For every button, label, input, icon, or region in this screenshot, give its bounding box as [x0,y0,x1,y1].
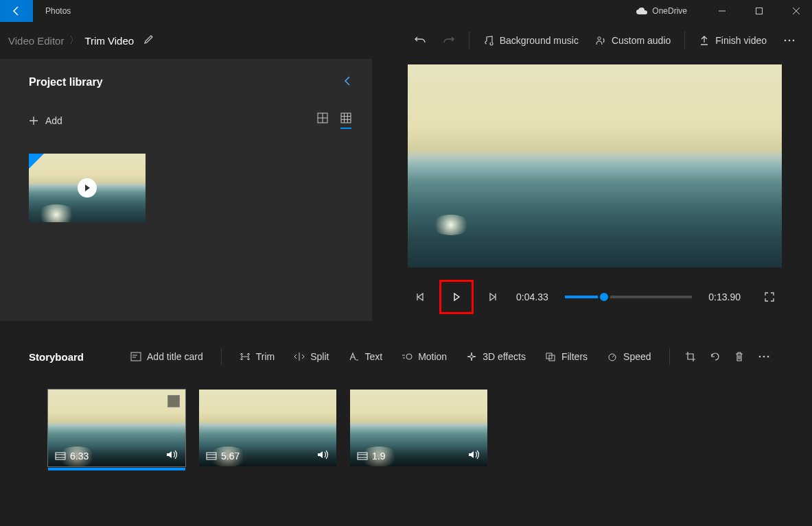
svg-point-29 [767,356,769,358]
separator [669,348,670,365]
separator [221,348,222,365]
speed-icon [607,352,618,361]
onedrive-label: OneDrive [652,6,687,16]
breadcrumb-current: Trim Video [84,35,134,47]
storyboard-more-button[interactable] [752,344,776,369]
total-time: 0:13.90 [708,291,741,302]
finish-video-label: Finish video [715,35,767,46]
collapse-library-button[interactable] [343,75,351,89]
svg-point-27 [758,356,761,358]
export-icon [699,35,710,46]
storyboard-clip[interactable]: 5.67 [199,390,336,466]
separator [684,32,685,49]
current-time: 0:04.33 [516,291,548,302]
plus-icon [29,116,38,125]
split-label: Split [310,351,329,362]
app-title: Photos [45,6,71,16]
svg-point-26 [609,354,616,361]
title-bar: Photos OneDrive [0,0,812,22]
seek-bar[interactable] [565,296,693,298]
minimize-button[interactable] [706,0,738,22]
motion-button[interactable]: Motion [393,344,455,369]
maximize-button[interactable] [743,0,775,22]
more-button[interactable] [775,28,804,53]
svg-point-21 [406,354,412,359]
arrow-left-icon [11,5,22,16]
clip-duration: 6.33 [70,451,89,462]
add-title-card-button[interactable]: Add title card [122,344,211,369]
speaker-icon [166,450,178,459]
redo-icon [443,34,455,47]
clip-volume-button[interactable] [166,450,178,462]
crop-button[interactable] [680,344,701,369]
play-icon [452,292,461,302]
clip-volume-button[interactable] [317,450,329,462]
svg-point-28 [763,356,765,358]
library-title: Project library [29,76,103,88]
trim-button[interactable]: Trim [231,344,283,369]
minimize-icon [718,7,726,15]
more-icon [758,355,770,358]
storyboard-clip[interactable]: 6.33 [48,390,185,466]
more-icon [783,39,796,42]
delete-button[interactable] [729,344,750,369]
onedrive-button[interactable]: OneDrive [636,6,687,16]
svg-rect-6 [318,113,327,123]
filters-icon [545,352,556,361]
clip-checkbox[interactable] [167,395,180,407]
finish-video-button[interactable]: Finish video [691,28,775,53]
preview-video[interactable] [408,64,782,267]
split-icon [294,352,305,361]
library-clip[interactable] [29,154,146,222]
step-forward-button[interactable] [480,285,505,309]
storyboard-clips: 6.33 5.67 1.9 [0,374,812,466]
3d-effects-button[interactable]: 3D effects [458,344,534,369]
step-back-button[interactable] [408,285,432,309]
svg-rect-25 [549,355,555,361]
view-small-button[interactable] [340,112,351,129]
trim-icon [240,352,251,361]
storyboard-clip[interactable]: 1.9 [350,390,487,466]
pencil-icon [143,34,154,45]
clip-duration: 5.67 [221,451,240,462]
filters-button[interactable]: Filters [537,344,596,369]
rename-button[interactable] [143,34,154,47]
step-back-icon [415,292,425,302]
rotate-button[interactable] [704,344,726,369]
undo-button[interactable] [406,28,434,53]
speed-label: Speed [623,351,651,362]
rotate-icon [710,351,721,362]
background-music-button[interactable]: Background music [475,28,587,53]
add-title-card-label: Add title card [147,351,203,362]
storyboard-toolbar: Storyboard Add title card Trim Split Tex… [0,339,812,374]
svg-rect-33 [207,453,216,459]
cloud-icon [636,7,648,15]
fullscreen-button[interactable] [757,285,782,309]
title-card-icon [130,352,141,361]
undo-icon [414,34,426,47]
film-icon [357,452,368,460]
storyboard-title: Storyboard [29,351,84,363]
svg-rect-9 [341,113,351,123]
maximize-icon [755,7,763,15]
add-media-button[interactable]: Add [29,115,62,126]
redo-button[interactable] [434,28,463,53]
video-frame [408,64,782,267]
clip-volume-button[interactable] [468,450,480,462]
speed-button[interactable]: Speed [599,344,659,369]
view-large-button[interactable] [317,112,328,129]
breadcrumb-root[interactable]: Video Editor [8,35,64,47]
speaker-icon [468,450,480,459]
back-button[interactable] [0,0,33,22]
music-icon [483,35,494,46]
svg-point-5 [793,40,795,42]
split-button[interactable]: Split [286,344,337,369]
project-library-panel: Project library Add [0,59,372,321]
text-button[interactable]: Text [340,344,391,369]
seek-handle[interactable] [598,291,610,303]
fullscreen-icon [764,291,775,302]
custom-audio-button[interactable]: Custom audio [587,28,679,53]
svg-point-2 [598,37,601,40]
play-button[interactable] [439,280,474,314]
close-button[interactable] [780,0,812,22]
